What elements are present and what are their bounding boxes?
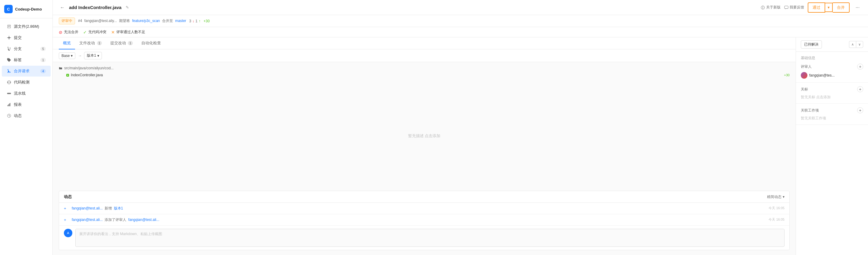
related-row: 关联工作项 + <box>801 107 863 113</box>
sidebar-header: C Codeup-Demo <box>0 0 53 19</box>
sidebar-item-code[interactable]: 代码检测 <box>2 77 51 88</box>
version-dropdown[interactable]: 版本1 ▾ <box>84 52 102 59</box>
related-empty[interactable]: 暂无关联工作项 <box>801 116 826 120</box>
pr-commit-counts: 3 ↓ 1 ↑ <box>189 19 200 23</box>
sidebar-label-merge: 合并请求 <box>14 68 30 74</box>
activity-header: 动态 精简动态 ▾ <box>59 191 789 203</box>
right-panel-header: 已待解决 ∧ ∨ <box>796 37 868 52</box>
sidebar-item-source[interactable]: 源文件(2.86M) <box>2 21 51 32</box>
merge-icon <box>7 69 11 73</box>
file-additions: +30 <box>784 73 789 77</box>
svg-rect-8 <box>7 93 8 94</box>
status-no-conflict: ✓ 无代码冲突 <box>83 30 106 35</box>
activity-item-1: + fangqian@test.ali... 新增 版本1 今天 16:05 <box>59 203 789 214</box>
activity-user-2[interactable]: fangqian@test.ali... <box>72 218 103 222</box>
activity-user-1[interactable]: fangqian@test.ali... <box>72 206 103 211</box>
back-button[interactable]: ← <box>59 4 66 11</box>
add-tag-button[interactable]: + <box>857 86 863 92</box>
code-icon <box>7 80 11 85</box>
topbar: ← add IndexController.java ✎ 关于新版 我要反馈 通… <box>53 0 868 15</box>
svg-rect-12 <box>8 104 9 106</box>
chevron-up-button[interactable]: ∧ <box>849 41 856 48</box>
no-conflict-icon: ✓ <box>83 30 87 35</box>
tabs-bar: 概览 文件改动 1 提交改动 1 自动化检查 <box>53 37 796 50</box>
description-placeholder[interactable]: 暂无描述 点击添加 <box>53 81 796 191</box>
tab-auto-check[interactable]: 自动化检查 <box>137 37 165 50</box>
branch-from[interactable]: feature/p3c_scan <box>132 19 160 23</box>
tags-empty[interactable]: 暂无关标 点击添加 <box>801 95 831 99</box>
tab-overview[interactable]: 概览 <box>59 37 75 50</box>
folder-row[interactable]: src/main/java/com/aliyun/cod... <box>59 64 789 72</box>
activity-target-2[interactable]: fangqian@test.ali... <box>128 218 159 222</box>
chevron-down-button[interactable]: ∨ <box>856 41 863 48</box>
file-tree: src/main/java/com/aliyun/cod... IndexCon… <box>53 62 796 81</box>
svg-rect-13 <box>9 104 10 106</box>
tab-file-changes[interactable]: 文件改动 1 <box>75 37 106 50</box>
cannot-merge-icon: ⊘ <box>59 30 62 35</box>
merge-button[interactable]: 合并 <box>833 2 849 13</box>
sidebar-label-report: 报表 <box>14 102 22 107</box>
reviewer-avatar <box>801 72 807 79</box>
sidebar-item-tag[interactable]: 标签 1 <box>2 55 51 65</box>
svg-point-2 <box>10 47 10 49</box>
base-selector: Base ▾ → 版本1 ▾ <box>53 50 796 62</box>
svg-point-1 <box>7 47 8 47</box>
branch-badge: 5 <box>40 47 46 51</box>
svg-rect-14 <box>10 103 10 106</box>
base-dropdown[interactable]: Base ▾ <box>59 53 75 59</box>
sidebar-item-pipeline[interactable]: 流水线 <box>2 88 51 99</box>
merge-badge: 4 <box>40 69 46 73</box>
pr-meta-bar: 评审中 #4 fangqian@test.aliy... 期望将 feature… <box>53 15 868 27</box>
activity-icon <box>7 113 11 118</box>
activity-plus-2: + <box>64 218 69 222</box>
source-icon <box>7 24 11 29</box>
more-button[interactable]: ··· <box>853 4 862 11</box>
file-changes-badge: 1 <box>97 41 102 45</box>
commit-changes-badge: 1 <box>128 41 133 45</box>
edit-icon[interactable]: ✎ <box>126 5 129 10</box>
diff-area: src/main/java/com/aliyun/cod... IndexCon… <box>53 62 796 255</box>
comment-avatar: A <box>64 229 72 237</box>
svg-point-5 <box>7 72 8 73</box>
activity-tag-1[interactable]: 版本1 <box>114 206 123 211</box>
add-reviewer-button[interactable]: + <box>857 64 863 70</box>
sidebar-logo: C <box>4 5 13 13</box>
branch-to[interactable]: master <box>175 19 186 23</box>
resolve-button[interactable]: 已待解决 <box>801 40 822 49</box>
right-panel: 已待解决 ∧ ∨ 基础信息 评审人 + fangqian@tes... <box>796 37 868 255</box>
activity-section: 动态 精简动态 ▾ + fangqian@test.ali... 新增 <box>59 191 789 250</box>
add-related-button[interactable]: + <box>857 107 863 113</box>
tags-row: 关标 + <box>801 86 863 92</box>
main-panel: 概览 文件改动 1 提交改动 1 自动化检查 Base ▾ <box>53 37 796 255</box>
sidebar-item-report[interactable]: 报表 <box>2 99 51 110</box>
feedback-link[interactable]: 我要反馈 <box>784 5 804 10</box>
approve-button[interactable]: 通过 <box>808 2 825 13</box>
sidebar-label-tag: 标签 <box>14 57 22 63</box>
tab-commit-changes[interactable]: 提交改动 1 <box>106 37 137 50</box>
activity-plus-1: + <box>64 206 69 211</box>
about-new-link[interactable]: 关于新版 <box>761 5 781 10</box>
sidebar-item-merge[interactable]: 合并请求 4 <box>2 66 51 76</box>
activity-item-2: + fangqian@test.ali... 添加了评审人 fangqian@t… <box>59 214 789 226</box>
additions-count: +30 <box>204 19 210 23</box>
tags-label: 关标 <box>801 87 808 92</box>
sidebar-label-pipeline: 流水线 <box>14 91 26 96</box>
reviewer-row: 评审人 + <box>801 64 863 70</box>
svg-rect-10 <box>10 93 11 94</box>
svg-rect-11 <box>7 105 8 106</box>
sidebar-item-activity[interactable]: 动态 <box>2 110 51 121</box>
sidebar-item-branch[interactable]: 分支 5 <box>2 43 51 54</box>
sidebar-label-code: 代码检测 <box>14 79 30 85</box>
activity-time-2: 今天 16:05 <box>769 217 784 222</box>
activity-filter[interactable]: 精简动态 ▾ <box>762 194 784 199</box>
page-title: add IndexController.java <box>69 5 121 10</box>
file-row[interactable]: IndexController.java +30 <box>59 72 789 78</box>
svg-point-17 <box>763 6 763 7</box>
activity-title: 动态 <box>64 194 72 199</box>
comment-input[interactable]: 展开讲讲你的看法，支持 Markdown、粘贴上传截图 <box>75 229 784 247</box>
basic-info-title: 基础信息 <box>801 56 863 61</box>
approve-dropdown[interactable]: ▾ <box>825 3 833 12</box>
tag-badge: 1 <box>40 58 46 62</box>
sidebar-item-commit[interactable]: 提交 <box>2 32 51 43</box>
svg-point-4 <box>7 69 8 70</box>
